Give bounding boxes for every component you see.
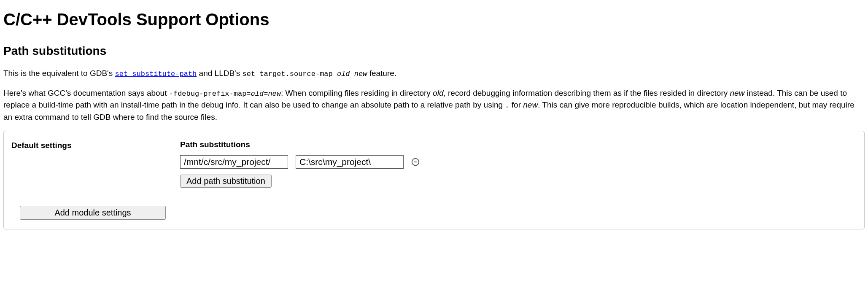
settings-panel: Default settings Path substitutions Add …: [3, 131, 865, 229]
add-path-substitution-button[interactable]: Add path substitution: [180, 175, 272, 188]
intro-text: and LLDB's: [197, 69, 242, 78]
page-title: C/C++ DevTools Support Options: [3, 7, 865, 32]
flag-eq: =: [264, 90, 268, 98]
substitution-to-input[interactable]: [296, 155, 404, 169]
lldb-cmd-code: set target.source-map old new: [243, 70, 367, 78]
flag-new: new: [268, 90, 281, 98]
intro-paragraph: This is the equivalent to GDB's set subs…: [3, 67, 865, 80]
flag-prefix: -fdebug-prefix-map=: [169, 90, 251, 98]
explain-text: Here's what GCC's documentation says abo…: [3, 89, 169, 97]
remove-substitution-button[interactable]: [410, 157, 421, 167]
gdb-cmd-code: set substitute-path: [115, 70, 197, 78]
path-substitutions-column: Path substitutions Add path substitution: [180, 139, 857, 188]
gdb-set-substitute-path-link[interactable]: set substitute-path: [115, 69, 197, 78]
lldb-cmd-new: new: [354, 70, 367, 78]
explanation-paragraph: Here's what GCC's documentation says abo…: [3, 87, 865, 124]
add-module-row: Add module settings: [11, 206, 857, 220]
section-divider: [11, 198, 857, 198]
section-heading-path-substitutions: Path substitutions: [3, 42, 865, 60]
substitution-row: [180, 155, 857, 169]
default-settings-row: Default settings Path substitutions Add …: [11, 139, 857, 188]
intro-text: feature.: [367, 69, 396, 78]
remove-circle-icon: [411, 157, 420, 167]
explain-text: for: [509, 100, 523, 109]
path-substitutions-label: Path substitutions: [180, 139, 857, 151]
intro-text: This is the equivalent to GDB's: [3, 69, 115, 78]
new-italic: new: [523, 100, 538, 109]
new-italic: new: [730, 89, 745, 97]
explain-text: : When compiling files residing in direc…: [281, 89, 433, 97]
flag-old: old: [251, 90, 264, 98]
substitution-from-input[interactable]: [180, 155, 288, 169]
dot-code: .: [505, 102, 509, 110]
old-italic: old: [433, 89, 443, 97]
lldb-cmd-old: old: [337, 70, 350, 78]
fdebug-flag-code: -fdebug-prefix-map=old=new: [169, 90, 281, 98]
default-settings-label: Default settings: [11, 139, 180, 152]
explain-text: , record debugging information describin…: [443, 89, 730, 97]
lldb-cmd-prefix: set target.source-map: [243, 70, 337, 78]
add-module-settings-button[interactable]: Add module settings: [20, 206, 166, 220]
